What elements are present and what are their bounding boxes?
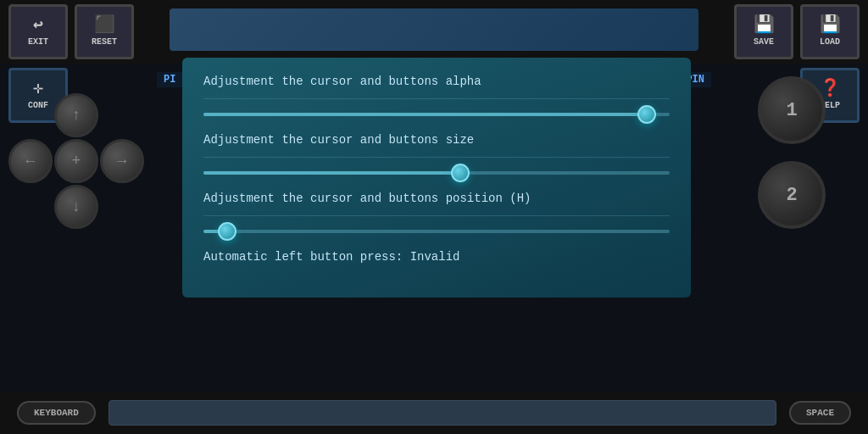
save-icon: 💾	[754, 17, 775, 34]
space-button[interactable]: SPACE	[789, 401, 851, 425]
position-h-section: Adjustment the cursor and buttons positi…	[203, 192, 670, 233]
dpad-center-button[interactable]: +	[54, 139, 98, 183]
exit-icon: ↩	[33, 17, 43, 34]
position-h-label: Adjustment the cursor and buttons positi…	[203, 192, 670, 205]
load-label: LOAD	[820, 37, 840, 47]
reset-button[interactable]: ⬛ RESET	[75, 4, 134, 59]
top-bar: ↩ EXIT ⬛ RESET 💾 SAVE 💾 LOAD	[0, 0, 868, 64]
size-slider-fill	[203, 171, 460, 175]
dpad-up-button[interactable]: ↑	[54, 93, 98, 137]
dpad-down-button[interactable]: ↓	[54, 185, 98, 229]
button-2-label: 2	[786, 185, 797, 206]
keyboard-button[interactable]: KEYBOARD	[17, 401, 96, 425]
pin-left-label: PI	[157, 72, 182, 87]
alpha-section: Adjustment the cursor and buttons alpha	[203, 75, 670, 116]
size-section: Adjustment the cursor and buttons size	[203, 133, 670, 175]
top-right-buttons: 💾 SAVE 💾 LOAD	[734, 4, 860, 59]
alpha-slider-fill	[203, 113, 647, 116]
alpha-label: Adjustment the cursor and buttons alpha	[203, 75, 670, 88]
load-button[interactable]: 💾 LOAD	[800, 4, 860, 59]
size-slider-track[interactable]	[203, 171, 670, 175]
bottom-bar: KEYBOARD SPACE	[0, 392, 868, 434]
dpad-right-icon: →	[118, 153, 127, 170]
left-controller: ↑ ← + → ↓	[8, 76, 144, 331]
auto-button-label: Automatic left button press: Invalid	[203, 250, 670, 264]
position-h-divider	[203, 215, 670, 216]
save-label: SAVE	[754, 37, 774, 47]
dpad-center-icon: +	[72, 153, 81, 170]
button-2[interactable]: 2	[758, 161, 826, 229]
dpad: ↑ ← + → ↓	[8, 93, 144, 229]
size-label: Adjustment the cursor and buttons size	[203, 133, 670, 147]
alpha-slider-track[interactable]	[203, 113, 670, 116]
bottom-input-field[interactable]	[108, 400, 776, 426]
auto-button-section: Automatic left button press: Invalid	[203, 250, 670, 264]
reset-label: RESET	[92, 37, 117, 47]
alpha-divider	[203, 98, 670, 99]
space-label: SPACE	[806, 408, 834, 418]
position-h-slider-thumb[interactable]	[218, 222, 236, 241]
right-controller: 1 2	[724, 76, 860, 331]
exit-button[interactable]: ↩ EXIT	[8, 4, 68, 59]
top-left-buttons: ↩ EXIT ⬛ RESET	[8, 4, 134, 59]
button-1-label: 1	[786, 100, 797, 121]
dpad-left-icon: ←	[26, 153, 36, 170]
size-slider-thumb[interactable]	[451, 164, 470, 182]
save-button[interactable]: 💾 SAVE	[734, 4, 793, 59]
exit-label: EXIT	[28, 37, 48, 47]
settings-modal: Adjustment the cursor and buttons alpha …	[182, 58, 691, 298]
button-1[interactable]: 1	[758, 76, 826, 144]
size-divider	[203, 157, 670, 158]
dpad-left-button[interactable]: ←	[8, 139, 53, 183]
dpad-up-icon: ↑	[72, 107, 81, 124]
dpad-right-button[interactable]: →	[100, 139, 144, 183]
keyboard-label: KEYBOARD	[34, 408, 79, 418]
center-title-bar	[170, 8, 698, 51]
load-icon: 💾	[820, 17, 841, 34]
dpad-down-icon: ↓	[72, 198, 81, 215]
reset-icon: ⬛	[94, 17, 115, 34]
position-h-slider-track[interactable]	[203, 230, 670, 233]
alpha-slider-thumb[interactable]	[637, 105, 656, 124]
